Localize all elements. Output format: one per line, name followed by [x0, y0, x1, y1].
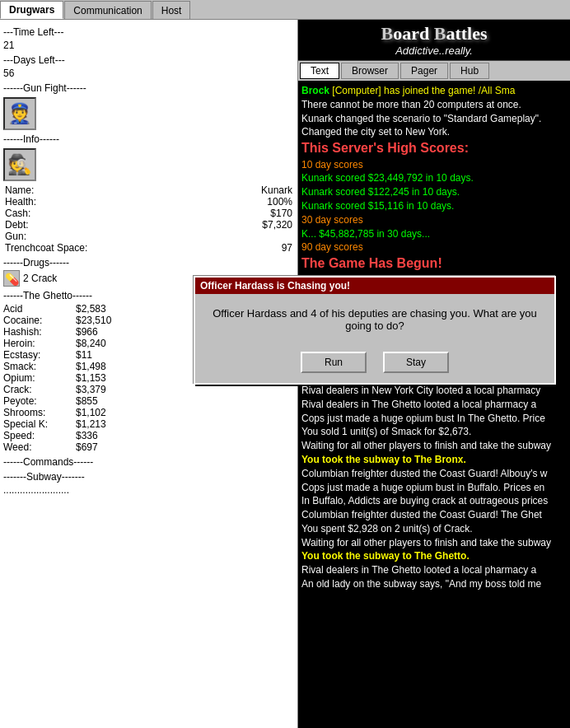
run-button[interactable]: Run — [301, 352, 367, 373]
chase-dialog-title: Officer Hardass is Chasing you! — [195, 278, 554, 294]
chase-dialog-body: Officer Hardass and 4 of his deputies ar… — [195, 294, 554, 345]
modal-overlay: Officer Hardass is Chasing you! Officer … — [0, 0, 570, 728]
chase-dialog: Officer Hardass is Chasing you! Officer … — [194, 276, 556, 385]
stay-button[interactable]: Stay — [383, 352, 449, 373]
chase-dialog-buttons: Run Stay — [195, 345, 554, 383]
